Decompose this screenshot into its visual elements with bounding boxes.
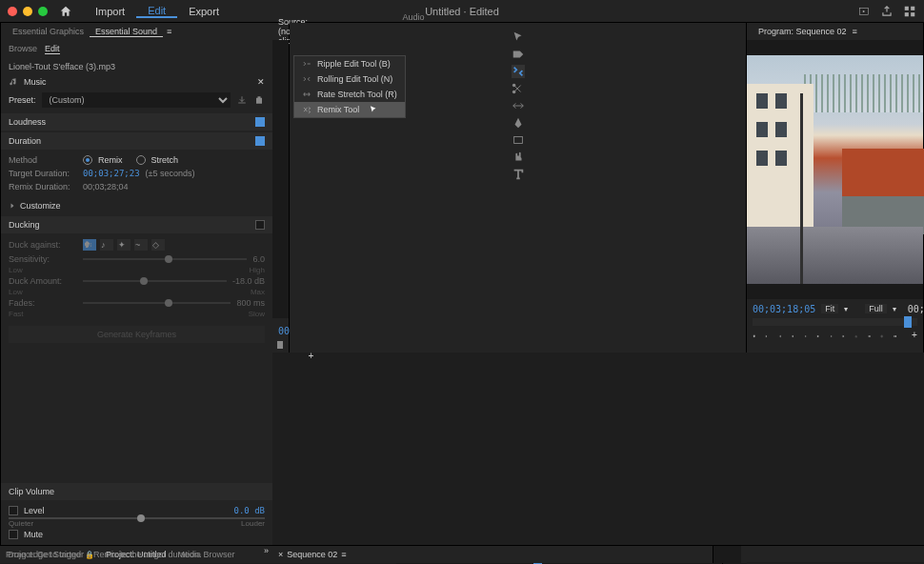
tool-flyout-menu: Ripple Edit Tool (B) Rolling Edit Tool (… <box>293 55 406 118</box>
rate-stretch-icon <box>302 90 311 99</box>
stretch-radio[interactable] <box>136 155 146 165</box>
razor-tool-icon[interactable] <box>512 82 525 95</box>
prog-mark-out-icon[interactable] <box>778 330 781 343</box>
fades-slider[interactable] <box>83 302 231 304</box>
duck-dialogue-icon[interactable]: 🗣 <box>83 239 96 251</box>
track-select-tool-icon[interactable] <box>512 48 525 61</box>
audio-type-tag: Music <box>24 77 47 87</box>
ducking-checkbox[interactable] <box>255 220 265 230</box>
remix-duration-label: Remix Duration: <box>9 182 77 191</box>
method-label: Method <box>9 155 77 165</box>
remix-tool-item[interactable]: Remix Tool <box>294 102 405 117</box>
loudness-section[interactable]: Loudness <box>1 113 272 131</box>
tab-essential-sound[interactable]: Essential Sound <box>90 27 163 37</box>
ripple-edit-item[interactable]: Ripple Edit Tool (B) <box>294 56 405 71</box>
panel-menu-icon[interactable]: ≡ <box>341 550 346 559</box>
rate-stretch-item[interactable]: Rate Stretch Tool (R) <box>294 87 405 102</box>
duration-section[interactable]: Duration <box>1 132 272 150</box>
rolling-edit-item[interactable]: Rolling Edit Tool (N) <box>294 71 405 87</box>
preset-label: Preset: <box>9 95 36 105</box>
level-slider[interactable] <box>9 517 265 519</box>
share-icon[interactable] <box>880 5 894 18</box>
delete-preset-icon[interactable] <box>253 94 265 106</box>
add-button-icon[interactable]: + <box>309 351 314 364</box>
customize-toggle[interactable]: Customize <box>1 197 272 214</box>
duck-sfx-icon[interactable]: ✦ <box>117 239 131 251</box>
timeline-tab[interactable]: Sequence 02 <box>287 550 337 559</box>
pen-tool-icon[interactable] <box>512 116 525 130</box>
duck-ambience-icon[interactable]: ~ <box>134 239 148 251</box>
stretch-label: Stretch <box>151 155 179 165</box>
home-icon[interactable] <box>59 5 72 18</box>
maximize-window[interactable] <box>38 7 48 16</box>
tab-essential-graphics[interactable]: Essential Graphics <box>7 27 90 36</box>
loudness-checkbox[interactable] <box>255 117 265 127</box>
duck-amount-label: Duck Amount: <box>9 276 77 286</box>
lift-icon[interactable] <box>854 330 857 343</box>
program-viewer[interactable] <box>747 40 923 299</box>
duck-unassigned-icon[interactable]: ◇ <box>151 239 165 251</box>
hand-tool-icon[interactable] <box>512 151 525 164</box>
minimize-window[interactable] <box>23 7 32 16</box>
prog-export-frame-icon[interactable] <box>880 330 883 343</box>
level-value[interactable]: 0.0 dB <box>233 506 265 515</box>
clear-tag-icon[interactable]: ✕ <box>257 77 265 87</box>
prog-step-back-icon[interactable] <box>804 330 807 343</box>
generate-keyframes-button[interactable]: Generate Keyframes <box>9 326 265 343</box>
prog-add-button-icon[interactable]: + <box>912 330 917 343</box>
subtab-edit[interactable]: Edit <box>45 44 60 54</box>
svg-point-8 <box>512 91 515 94</box>
rectangle-tool-icon[interactable] <box>512 133 525 147</box>
duck-music-icon[interactable]: ♪ <box>100 239 113 251</box>
duck-amount-value: -18.0 dB <box>232 276 265 286</box>
preset-dropdown[interactable]: (Custom) <box>42 92 231 108</box>
window-controls <box>8 7 48 16</box>
ripple-edit-tool-icon[interactable] <box>512 65 525 78</box>
prog-mark-in-icon[interactable] <box>765 330 768 343</box>
sensitivity-slider[interactable] <box>83 258 247 260</box>
menu-edit[interactable]: Edit <box>136 5 177 18</box>
program-tab[interactable]: Program: Sequence 02 <box>753 27 853 36</box>
program-ruler[interactable] <box>753 318 917 326</box>
zoom-dropdown[interactable]: Full <box>865 304 887 313</box>
menu-import[interactable]: Import <box>84 6 136 17</box>
level-checkbox[interactable] <box>9 506 18 515</box>
extract-icon[interactable] <box>868 330 871 343</box>
selection-tool-icon[interactable] <box>512 30 525 44</box>
source-viewer[interactable] <box>272 40 289 318</box>
quick-export-icon[interactable] <box>857 5 871 18</box>
window-title: Untitled · Edited <box>425 6 499 17</box>
workspace-icon[interactable] <box>903 5 916 18</box>
close-window[interactable] <box>8 7 17 16</box>
prog-go-in-icon[interactable] <box>791 330 793 343</box>
panel-menu-icon[interactable]: ≡ <box>853 27 857 36</box>
mute-checkbox[interactable] <box>9 530 18 539</box>
subtab-browse[interactable]: Browse <box>9 44 37 54</box>
duration-checkbox[interactable] <box>255 136 265 146</box>
music-note-icon <box>9 77 18 87</box>
type-tool-icon[interactable] <box>512 168 525 181</box>
comparison-view-icon[interactable] <box>894 330 896 343</box>
prog-step-fwd-icon[interactable] <box>830 330 833 343</box>
slip-tool-icon[interactable] <box>512 99 525 112</box>
fit-dropdown[interactable]: Fit <box>821 304 838 313</box>
duck-amount-slider[interactable] <box>83 280 227 282</box>
sensitivity-value: 6.0 <box>252 254 265 264</box>
save-preset-icon[interactable] <box>236 94 248 106</box>
menu-export[interactable]: Export <box>177 6 231 17</box>
source-ruler[interactable] <box>278 343 283 347</box>
duck-against-label: Duck against: <box>9 240 77 250</box>
panel-menu-icon[interactable]: ≡ <box>167 27 171 36</box>
overflow-icon[interactable]: » <box>260 546 272 563</box>
level-label: Level <box>24 506 45 515</box>
prog-go-out-icon[interactable] <box>842 330 845 343</box>
svg-rect-4 <box>911 12 914 16</box>
remix-radio[interactable] <box>83 155 92 165</box>
ducking-section[interactable]: Ducking <box>1 216 272 233</box>
fades-value: 800 ms <box>236 298 265 308</box>
program-timecode[interactable]: 00;03;18;05 <box>753 304 815 314</box>
add-marker-icon[interactable] <box>753 330 755 343</box>
prog-play-icon[interactable] <box>816 330 819 343</box>
target-duration-value[interactable]: 00;03;27;23 <box>83 169 140 178</box>
clip-volume-section[interactable]: Clip Volume <box>1 483 272 500</box>
